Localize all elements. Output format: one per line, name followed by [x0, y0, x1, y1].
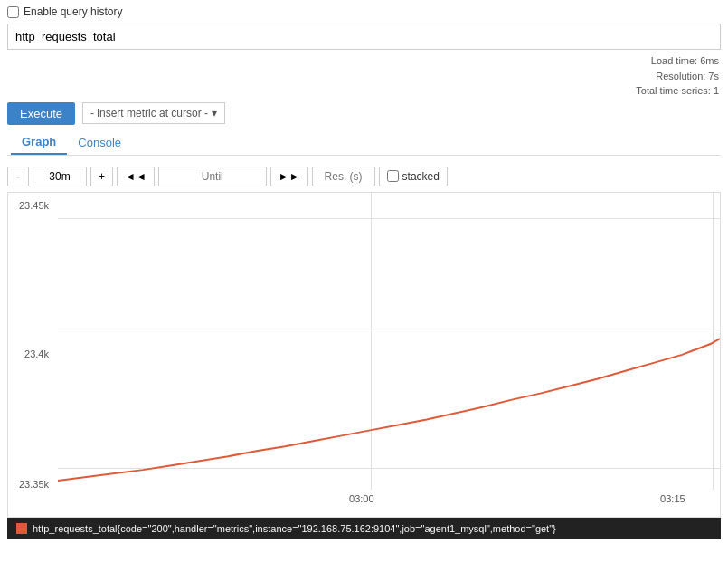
y-label-2: 23.4k [12, 348, 54, 359]
time-range-input[interactable] [33, 167, 87, 186]
stacked-label: stacked [402, 170, 440, 183]
zoom-in-button[interactable]: + [90, 167, 113, 186]
metric-selector[interactable]: - insert metric at cursor - ▾ [82, 102, 225, 124]
legend-color-swatch [16, 523, 27, 534]
chart-area [58, 193, 720, 490]
x-label-1: 03:00 [349, 493, 374, 504]
query-input[interactable] [7, 24, 721, 50]
y-axis: 23.45k 23.4k 23.35k [8, 193, 58, 490]
zoom-out-button[interactable]: - [7, 167, 29, 186]
tab-console[interactable]: Console [67, 130, 132, 155]
load-time: Load time: 6ms [7, 53, 719, 69]
graph-container: 23.45k 23.4k 23.35k 03:00 03:15 [7, 192, 721, 518]
chart-line [58, 339, 720, 481]
res-input[interactable] [312, 167, 375, 186]
top-bar: Enable query history Load time: 6ms Reso… [0, 0, 728, 547]
enable-history-row: Enable query history [7, 5, 721, 18]
enable-history-label: Enable query history [24, 5, 122, 18]
meta-info: Load time: 6ms Resolution: 7s Total time… [7, 53, 721, 99]
stacked-toggle[interactable]: stacked [379, 167, 448, 186]
back-button[interactable]: ◄◄ [117, 167, 155, 186]
y-label-3: 23.35k [12, 479, 54, 490]
chart-svg [58, 193, 720, 490]
total-series: Total time series: 1 [7, 83, 719, 99]
chevron-down-icon: ▾ [212, 107, 217, 119]
graph-controls: - + ◄◄ ►► stacked [7, 167, 721, 186]
legend-bar: http_requests_total{code="200",handler="… [7, 518, 721, 539]
graph-section: - + ◄◄ ►► stacked 23.45k 23.4k [0, 159, 728, 547]
execute-button[interactable]: Execute [7, 102, 75, 125]
tab-graph[interactable]: Graph [11, 130, 67, 155]
stacked-checkbox[interactable] [387, 170, 399, 182]
toolbar: Execute - insert metric at cursor - ▾ [7, 102, 721, 125]
enable-history-checkbox[interactable] [7, 6, 19, 18]
x-label-2: 03:15 [660, 493, 685, 504]
x-axis: 03:00 03:15 [58, 490, 720, 517]
tabs-row: Graph Console [7, 130, 721, 156]
legend-text: http_requests_total{code="200",handler="… [33, 523, 556, 534]
until-input[interactable] [158, 167, 267, 186]
resolution: Resolution: 7s [7, 69, 719, 84]
forward-button[interactable]: ►► [270, 167, 308, 186]
metric-placeholder-text: - insert metric at cursor - [90, 107, 208, 119]
y-label-1: 23.45k [12, 200, 54, 211]
